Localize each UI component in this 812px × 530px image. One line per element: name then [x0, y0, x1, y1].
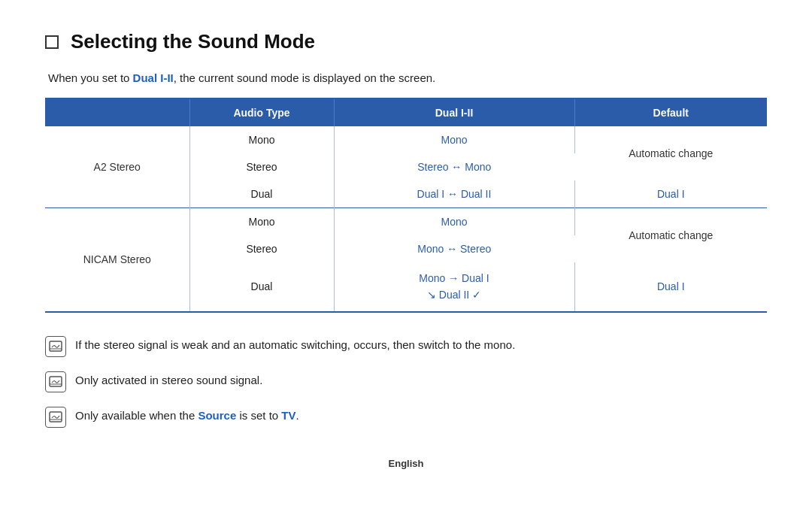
default-dual-i-2: Dual I: [574, 262, 767, 312]
audio-type-dual-1: Dual: [189, 180, 334, 208]
dual-ii-stereo-1: Stereo ↔ Mono: [334, 153, 574, 180]
dual-ii-dual-1: Dual I ↔ Dual II: [334, 180, 574, 208]
title-checkbox: [45, 35, 59, 49]
note-item-2: Only activated in stereo sound signal.: [45, 371, 767, 392]
intro-text: When you set to Dual I-II, the current s…: [48, 71, 767, 84]
intro-highlight: Dual I-II: [133, 71, 174, 84]
col-header-default: Default: [574, 98, 767, 126]
footer: English: [45, 458, 767, 469]
table-row: NICAM Stereo Mono Mono Automatic change: [45, 208, 767, 236]
audio-type-mono-1: Mono: [189, 126, 334, 153]
audio-type-stereo-2: Stereo: [189, 235, 334, 262]
note-item-3: Only available when the Source is set to…: [45, 406, 767, 428]
dual-ii-stereo-2: Mono ↔ Stereo: [334, 235, 574, 262]
notes-section: If the stereo signal is weak and an auto…: [45, 335, 767, 428]
note-text-2: Only activated in stereo sound signal.: [75, 371, 262, 389]
note-icon-3: [45, 407, 66, 428]
page-title-container: Selecting the Sound Mode: [45, 30, 767, 53]
footer-text: English: [389, 458, 424, 469]
table-row: A2 Stereo Mono Mono Automatic change: [45, 126, 767, 153]
note-tv-highlight: TV: [281, 409, 295, 422]
audio-type-dual-2: Dual: [189, 262, 334, 312]
default-auto-1: Automatic change: [574, 126, 767, 180]
dual-ii-mono-2: Mono: [334, 208, 574, 236]
note-icon-1: [45, 336, 66, 357]
group-label-nicam: NICAM Stereo: [45, 208, 189, 312]
default-dual-i-1: Dual I: [574, 180, 767, 208]
dual-ii-mono-1: Mono: [334, 126, 574, 153]
default-auto-2: Automatic change: [574, 208, 767, 263]
col-header-audio-type: Audio Type: [189, 98, 334, 126]
note-text-1: If the stereo signal is weak and an auto…: [75, 335, 515, 354]
table-body: A2 Stereo Mono Mono Automatic change Ste…: [45, 126, 767, 312]
dual-ii-dual-2: Mono → Dual I↘ Dual II ✓: [334, 262, 574, 312]
col-header-group: [45, 98, 189, 126]
note-source-highlight: Source: [198, 409, 236, 422]
table-header: Audio Type Dual I-II Default: [45, 98, 767, 126]
group-label-a2: A2 Stereo: [45, 126, 189, 208]
note-icon-2: [45, 371, 66, 392]
intro-suffix: , the current sound mode is displayed on…: [174, 71, 436, 84]
note-item-1: If the stereo signal is weak and an auto…: [45, 335, 767, 357]
audio-type-stereo-1: Stereo: [189, 153, 334, 180]
page-title: Selecting the Sound Mode: [71, 30, 315, 53]
intro-prefix: When you set to: [48, 71, 133, 84]
col-header-dual-ii: Dual I-II: [334, 98, 574, 126]
sound-mode-table: Audio Type Dual I-II Default A2 Stereo M…: [45, 98, 767, 313]
note-text-3: Only available when the Source is set to…: [75, 406, 299, 425]
audio-type-mono-2: Mono: [189, 208, 334, 236]
